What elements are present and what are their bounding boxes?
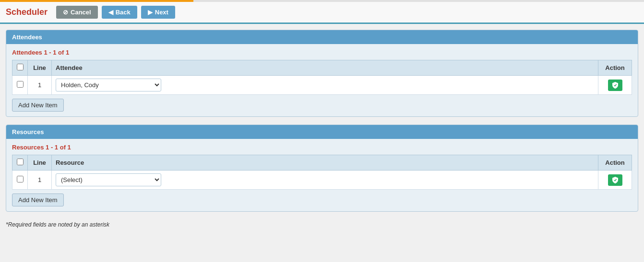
attendees-select-all-checkbox[interactable]: [17, 64, 24, 70]
resources-add-new-button[interactable]: Add New Item: [12, 194, 64, 206]
attendee-row-action: [598, 76, 632, 95]
resource-row-value: (Select): [52, 171, 598, 190]
attendee-action-button[interactable]: [608, 80, 622, 91]
attendees-action-col-header: Action: [598, 60, 632, 76]
attendees-header: Attendees: [6, 30, 638, 44]
attendees-table-header-row: Line Attendee Action: [12, 60, 632, 76]
resources-body: Resources 1 - 1 of 1 Line Resource Actio…: [6, 139, 638, 211]
attendees-add-new-button[interactable]: Add New Item: [12, 99, 64, 112]
resource-row-line: 1: [28, 171, 52, 190]
resources-action-col-header: Action: [598, 155, 632, 171]
cancel-button[interactable]: ⊘ Cancel: [56, 6, 98, 19]
resources-line-col-header: Line: [28, 155, 52, 171]
attendee-row-check: [12, 76, 28, 95]
resources-select-all-checkbox[interactable]: [17, 159, 24, 165]
resources-section: Resources Resources 1 - 1 of 1 Line Reso…: [6, 125, 638, 212]
attendees-section: Attendees Attendees 1 - 1 of 1 Line Atte…: [6, 30, 638, 117]
main-content: Attendees Attendees 1 - 1 of 1 Line Atte…: [0, 24, 644, 236]
resource-row-checkbox[interactable]: [17, 176, 24, 182]
resources-record-count: Resources 1 - 1 of 1: [12, 144, 632, 151]
resource-action-button[interactable]: [608, 174, 622, 186]
attendees-record-count: Attendees 1 - 1 of 1: [12, 49, 632, 56]
next-button[interactable]: ▶ Next: [141, 6, 175, 19]
back-arrow-icon: ◀: [108, 9, 113, 16]
resource-row-action: [598, 171, 632, 190]
shield-icon: [611, 176, 619, 184]
attendee-row-line: 1: [28, 76, 52, 95]
attendees-line-col-header: Line: [28, 60, 52, 76]
table-row: 1 Holden, Cody: [12, 76, 632, 95]
resources-table-header-row: Line Resource Action: [12, 155, 632, 171]
attendees-attendee-col-header: Attendee: [52, 60, 598, 76]
attendee-row-checkbox[interactable]: [17, 81, 24, 88]
attendees-table: Line Attendee Action 1 Holden, Cody: [12, 60, 632, 95]
resource-row-check: [12, 171, 28, 190]
required-fields-note: *Required fields are noted by an asteris…: [6, 219, 638, 230]
resources-header: Resources: [6, 125, 638, 139]
toolbar: Scheduler ⊘ Cancel ◀ Back ▶ Next: [0, 2, 644, 24]
attendees-check-col-header: [12, 60, 28, 76]
shield-icon: [611, 81, 619, 89]
resource-select-dropdown[interactable]: (Select): [56, 173, 161, 186]
next-arrow-icon: ▶: [148, 9, 153, 16]
resources-resource-col-header: Resource: [52, 155, 598, 171]
app-title: Scheduler: [6, 7, 48, 17]
back-button[interactable]: ◀ Back: [102, 6, 137, 19]
resources-table: Line Resource Action 1 (Select): [12, 155, 632, 190]
resources-check-col-header: [12, 155, 28, 171]
table-row: 1 (Select): [12, 171, 632, 190]
attendees-body: Attendees 1 - 1 of 1 Line Attendee Actio…: [6, 44, 638, 116]
cancel-icon: ⊘: [63, 9, 68, 16]
attendee-row-value: Holden, Cody: [52, 76, 598, 95]
attendee-select-dropdown[interactable]: Holden, Cody: [56, 79, 161, 91]
